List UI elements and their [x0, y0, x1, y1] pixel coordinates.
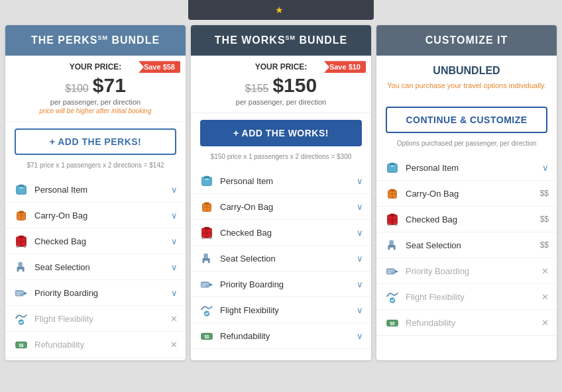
new-price: $71	[93, 74, 126, 97]
unbundled-desc: You can purchase your travel options ind…	[386, 81, 547, 91]
feature-action[interactable]: ∨	[171, 185, 178, 195]
feature-label: Checked Bag	[406, 215, 535, 224]
feature-action[interactable]: ∨	[357, 254, 363, 264]
svg-rect-48	[390, 166, 394, 167]
checked-icon	[199, 224, 215, 240]
flex-icon	[199, 302, 215, 318]
svg-point-11	[17, 246, 19, 248]
feature-row[interactable]: Checked Bag$$	[376, 207, 557, 232]
svg-rect-63	[386, 269, 395, 275]
feature-row[interactable]: Personal Item∨	[191, 168, 371, 194]
feature-action[interactable]: ∨	[357, 202, 363, 212]
feature-row[interactable]: Checked Bag∨	[191, 220, 371, 246]
feature-label: Refundability	[406, 318, 536, 328]
flex-icon	[384, 289, 400, 305]
svg-rect-39	[208, 260, 210, 264]
feature-label: Carry-On Bag	[34, 211, 166, 220]
feature-row[interactable]: Priority Boarding∨	[5, 280, 186, 306]
feature-label: Refundability	[34, 340, 165, 350]
column-perks: THE PERKSSM BUNDLESave $58 YOUR PRICE: $…	[5, 25, 186, 360]
feature-row[interactable]: Flight Flexibility∨	[191, 297, 371, 323]
feature-row: Priority Boarding✕	[376, 258, 557, 284]
feature-action[interactable]: ∨	[357, 228, 363, 238]
feature-row: Flight Flexibility✕	[5, 306, 186, 332]
price-calc: $71 price x 1 passengers x 2 directions …	[5, 162, 186, 174]
svg-rect-25	[205, 179, 209, 180]
feature-row: $$Refundability✕	[376, 310, 557, 336]
feature-row[interactable]: Priority Boarding∨	[191, 271, 371, 297]
feature-action[interactable]: ∨	[357, 305, 363, 315]
feature-row[interactable]: Personal Item∨	[376, 155, 557, 181]
customize-button[interactable]: CONTINUE & CUSTOMIZE	[386, 107, 548, 133]
flex-icon	[13, 311, 29, 326]
column-customize: CUSTOMIZE IT UNBUNDLED You can purchase …	[376, 25, 557, 360]
feature-label: Seat Selection	[34, 262, 166, 272]
feature-label: Priority Boarding	[406, 266, 536, 276]
old-price: $100	[65, 83, 89, 95]
feature-row[interactable]: $$Refundability∨	[191, 323, 371, 349]
carry-icon	[13, 207, 29, 223]
feature-row[interactable]: Checked Bag∨	[5, 228, 186, 254]
columns-container: THE PERKSSM BUNDLESave $58 YOUR PRICE: $…	[0, 20, 562, 366]
unbundled-section: UNBUNDLED You can purchase your travel o…	[376, 56, 557, 100]
feature-action: ✕	[541, 292, 549, 302]
svg-point-12	[24, 246, 27, 248]
works-add-button[interactable]: + ADD THE WORKS!	[200, 120, 363, 146]
checked-icon	[384, 211, 400, 227]
feature-list: Personal Item∨Carry-On Bag∨Checked Bag∨S…	[5, 174, 186, 360]
feature-action[interactable]: $$	[540, 189, 549, 198]
save-badge: Save $58	[139, 61, 180, 73]
perks-add-button[interactable]: + ADD THE PERKS!	[15, 128, 177, 155]
carry-icon	[384, 185, 400, 201]
seat-icon	[13, 259, 29, 275]
feature-row[interactable]: Seat Selection∨	[5, 254, 186, 280]
old-price: $155	[245, 83, 269, 95]
feature-label: Checked Bag	[34, 236, 166, 246]
feature-action[interactable]: ∨	[542, 163, 549, 173]
feature-label: Flight Flexibility	[406, 292, 536, 302]
per-direction: per passenger, per direction	[200, 98, 362, 106]
availability-banner: ★	[188, 0, 374, 20]
boarding-icon	[13, 285, 29, 301]
feature-action[interactable]: ∨	[357, 176, 363, 186]
svg-point-58	[395, 224, 398, 226]
unbundled-title: UNBUNDLED	[386, 65, 547, 77]
svg-rect-2	[19, 188, 23, 189]
feature-row[interactable]: Carry-On Bag∨	[191, 194, 371, 220]
feature-label: Seat Selection	[220, 254, 351, 264]
feature-action[interactable]: ∨	[171, 288, 178, 298]
feature-row[interactable]: Personal Item∨	[5, 177, 186, 203]
perks-price-section: Save $58 YOUR PRICE: $100 $71 per passen…	[5, 56, 186, 122]
feature-action[interactable]: ∨	[171, 262, 178, 272]
personal-icon	[199, 173, 215, 189]
svg-rect-15	[17, 269, 19, 272]
feature-label: Carry-On Bag	[406, 189, 535, 199]
feature-row[interactable]: Carry-On Bag$$	[376, 181, 557, 207]
feature-action[interactable]: ∨	[171, 211, 178, 220]
customize-header: CUSTOMIZE IT	[376, 25, 557, 56]
feature-row: Flight Flexibility✕	[376, 284, 557, 310]
feature-action[interactable]: ∨	[357, 279, 363, 289]
feature-action[interactable]: $$	[540, 240, 549, 250]
svg-text:$$: $$	[19, 343, 24, 348]
feature-row[interactable]: Seat Selection∨	[191, 246, 371, 271]
svg-rect-59	[389, 240, 393, 246]
feature-action[interactable]: ∨	[357, 331, 363, 341]
svg-rect-24	[204, 176, 209, 179]
seat-icon	[199, 250, 215, 266]
svg-rect-0	[17, 186, 27, 195]
personal-icon	[13, 181, 29, 197]
feature-list: Personal Item∨Carry-On Bag∨Checked Bag∨S…	[191, 166, 371, 352]
feature-row[interactable]: Seat Selection$$	[376, 232, 557, 258]
svg-rect-62	[394, 247, 396, 250]
feature-action[interactable]: ∨	[171, 236, 178, 246]
feature-label: Carry-On Bag	[220, 202, 351, 212]
per-direction-note: Options purchased per passenger, per dir…	[376, 140, 557, 152]
carry-icon	[199, 199, 215, 215]
price-calc: $150 price x 1 passengers x 2 directions…	[191, 153, 371, 166]
feature-row[interactable]: Carry-On Bag∨	[5, 203, 186, 228]
svg-text:$$: $$	[204, 334, 209, 340]
feature-action[interactable]: $$	[540, 215, 549, 224]
feature-action: ✕	[170, 340, 178, 350]
svg-rect-17	[15, 291, 24, 297]
